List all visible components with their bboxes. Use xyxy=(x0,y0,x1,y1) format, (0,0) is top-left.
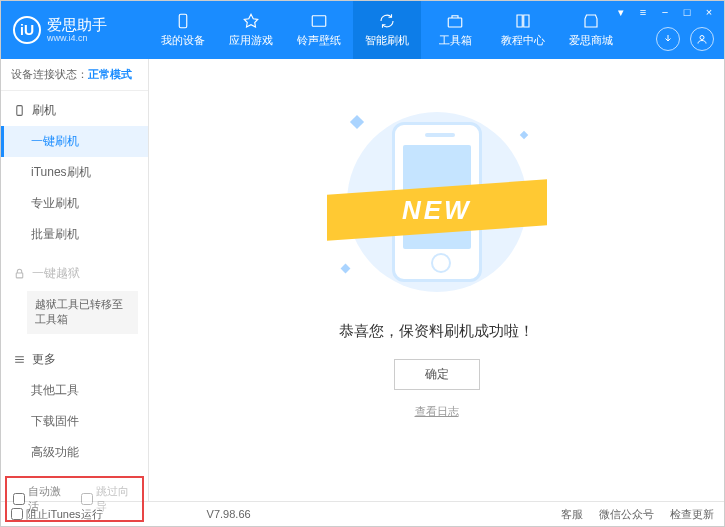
version-label: V7.98.66 xyxy=(207,508,251,520)
sidebar: 设备连接状态：正常模式 刷机 一键刷机 iTunes刷机 专业刷机 批量刷机 一… xyxy=(1,59,149,501)
footer-support[interactable]: 客服 xyxy=(561,507,583,522)
book-icon xyxy=(513,12,533,30)
svg-rect-2 xyxy=(448,18,462,27)
main-content: NEW 恭喜您，保资料刷机成功啦！ 确定 查看日志 xyxy=(149,59,724,501)
svg-rect-1 xyxy=(312,16,326,27)
menu-icon[interactable]: ≡ xyxy=(636,5,650,19)
sidebar-item-itunes-flash[interactable]: iTunes刷机 xyxy=(1,157,148,188)
toolbox-icon xyxy=(445,12,465,30)
sidebar-item-onekey-flash[interactable]: 一键刷机 xyxy=(1,126,148,157)
lock-icon xyxy=(13,267,26,280)
section-flash[interactable]: 刷机 xyxy=(1,95,148,126)
footer-wechat[interactable]: 微信公众号 xyxy=(599,507,654,522)
maximize-button[interactable]: □ xyxy=(680,5,694,19)
user-controls xyxy=(656,27,714,51)
apps-icon xyxy=(241,12,261,30)
checkbox-skip-guide[interactable]: 跳过向导 xyxy=(81,484,137,514)
download-button[interactable] xyxy=(656,27,680,51)
view-log-link[interactable]: 查看日志 xyxy=(415,404,459,419)
nav-tutorials[interactable]: 教程中心 xyxy=(489,1,557,59)
nav-apps[interactable]: 应用游戏 xyxy=(217,1,285,59)
success-message: 恭喜您，保资料刷机成功啦！ xyxy=(339,322,534,341)
menu-icon xyxy=(13,353,26,366)
close-button[interactable]: × xyxy=(702,5,716,19)
nav-toolbox[interactable]: 工具箱 xyxy=(421,1,489,59)
phone-icon xyxy=(173,12,193,30)
app-url: www.i4.cn xyxy=(47,33,107,43)
cart-icon[interactable]: ▾ xyxy=(614,5,628,19)
nav-flash[interactable]: 智能刷机 xyxy=(353,1,421,59)
success-illustration: NEW xyxy=(337,102,537,302)
sidebar-item-other-tools[interactable]: 其他工具 xyxy=(1,375,148,406)
logo-icon: iU xyxy=(13,16,41,44)
nav-ringtones[interactable]: 铃声壁纸 xyxy=(285,1,353,59)
svg-rect-0 xyxy=(179,14,187,28)
svg-rect-5 xyxy=(16,273,23,278)
image-icon xyxy=(309,12,329,30)
ok-button[interactable]: 确定 xyxy=(394,359,480,390)
sidebar-item-download-firmware[interactable]: 下载固件 xyxy=(1,406,148,437)
main-nav: 我的设备 应用游戏 铃声壁纸 智能刷机 工具箱 教程中心 爱思商城 xyxy=(149,1,625,59)
connection-status: 设备连接状态：正常模式 xyxy=(1,59,148,91)
app-header: iU 爱思助手 www.i4.cn 我的设备 应用游戏 铃声壁纸 智能刷机 工具… xyxy=(1,1,724,59)
status-value: 正常模式 xyxy=(88,68,132,80)
app-title: 爱思助手 xyxy=(47,17,107,34)
svg-point-3 xyxy=(700,36,704,40)
store-icon xyxy=(581,12,601,30)
sidebar-item-batch-flash[interactable]: 批量刷机 xyxy=(1,219,148,250)
sidebar-item-advanced[interactable]: 高级功能 xyxy=(1,437,148,468)
footer-update[interactable]: 检查更新 xyxy=(670,507,714,522)
sidebar-jailbreak-notice[interactable]: 越狱工具已转移至工具箱 xyxy=(27,291,138,334)
sidebar-item-pro-flash[interactable]: 专业刷机 xyxy=(1,188,148,219)
section-jailbreak: 一键越狱 xyxy=(1,258,148,289)
logo: iU 爱思助手 www.i4.cn xyxy=(1,16,149,44)
window-controls: ▾ ≡ − □ × xyxy=(614,5,716,19)
phone-icon xyxy=(13,104,26,117)
svg-rect-4 xyxy=(17,106,22,116)
nav-my-device[interactable]: 我的设备 xyxy=(149,1,217,59)
section-more[interactable]: 更多 xyxy=(1,344,148,375)
minimize-button[interactable]: − xyxy=(658,5,672,19)
refresh-icon xyxy=(377,12,397,30)
user-button[interactable] xyxy=(690,27,714,51)
